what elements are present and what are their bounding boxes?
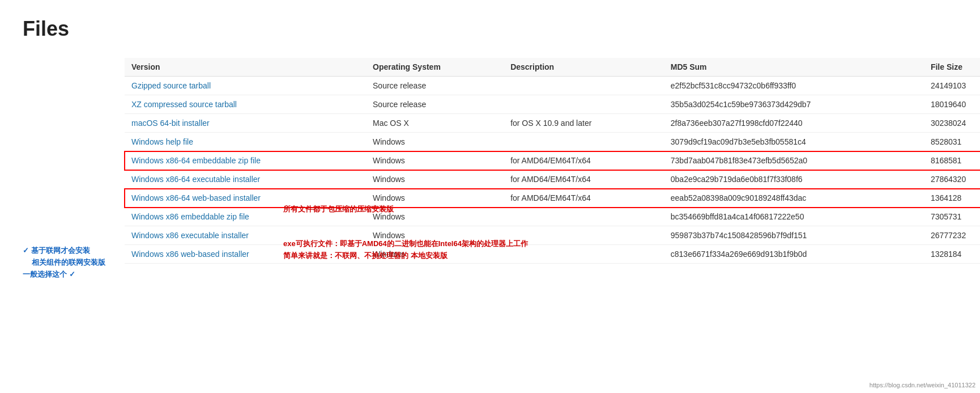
table-row: Windows x86-64 web-based installerWindow…: [125, 189, 980, 208]
cell-version: Gzipped source tarball: [125, 77, 366, 95]
cell-description: for AMD64/EM64T/x64: [504, 170, 664, 189]
table-row: Gzipped source tarballSource releasee2f5…: [125, 77, 980, 95]
table-row: macOS 64-bit installerMac OS Xfor OS X 1…: [125, 114, 980, 133]
table-row: Windows x86-64 embeddable zip fileWindow…: [125, 151, 980, 170]
cell-description: [504, 133, 664, 151]
version-link[interactable]: XZ compressed source tarball: [131, 100, 237, 109]
cell-description: for AMD64/EM64T/x64: [504, 189, 664, 208]
page-title: Files: [23, 17, 957, 41]
cell-os: Windows: [366, 151, 504, 170]
version-link[interactable]: Windows x86 executable installer: [131, 231, 249, 240]
cell-os: Source release: [366, 95, 504, 114]
cell-version: Windows help file: [125, 133, 366, 151]
cell-version: Windows x86-64 embeddable zip file: [125, 151, 366, 170]
left-annotation: ✓ 基于联网才会安装 相关组件的联网安装版 一般选择这个 ✓: [23, 245, 105, 280]
version-link[interactable]: macOS 64-bit installer: [131, 119, 210, 128]
cell-os: Windows: [366, 133, 504, 151]
version-link[interactable]: Windows x86-64 web-based installer: [131, 193, 261, 202]
table-row: Windows help fileWindows3079d9cf19ac09d7…: [125, 133, 980, 151]
cell-md5: 3079d9cf19ac09d7b3e5eb3fb05581c4: [664, 133, 924, 151]
cell-version: macOS 64-bit installer: [125, 114, 366, 133]
cell-description: [504, 208, 664, 226]
cell-os: Source release: [366, 77, 504, 95]
version-link[interactable]: Gzipped source tarball: [131, 81, 211, 90]
version-link[interactable]: Windows x86-64 embeddable zip file: [131, 156, 261, 165]
files-table: Version Operating System Description MD5…: [125, 58, 980, 264]
cell-filesize: 18019640: [924, 95, 980, 114]
table-row: XZ compressed source tarballSource relea…: [125, 95, 980, 114]
cell-os: Windows: [366, 170, 504, 189]
cell-description: for AMD64/EM64T/x64: [504, 151, 664, 170]
table-header-row: Version Operating System Description MD5…: [125, 58, 980, 77]
version-link[interactable]: Windows x86-64 executable installer: [131, 175, 260, 184]
table-row: Windows x86 executable installerWindows9…: [125, 226, 980, 245]
table-row: Windows x86 web-based installerWindowsc8…: [125, 245, 980, 264]
cell-filesize: 30238024: [924, 114, 980, 133]
right-annotation-top: 所有文件都于包压缩的压缩安装版: [283, 204, 394, 214]
cell-description: for OS X 10.9 and later: [504, 114, 664, 133]
col-os: Operating System: [366, 58, 504, 77]
col-md5: MD5 Sum: [664, 58, 924, 77]
cell-md5: bc354669bffd81a4ca14f06817222e50: [664, 208, 924, 226]
cell-md5: c813e6671f334a269e669d913b1f9b0d: [664, 245, 924, 264]
cell-filesize: 24149103: [924, 77, 980, 95]
right-annotation-mid: exe可执行文件：即基于AMD64的二进制也能在Intel64架构的处理器上工作…: [283, 238, 528, 262]
cell-md5: e2f52bcf531c8cc94732c0b6ff933ff0: [664, 77, 924, 95]
cell-description: [504, 77, 664, 95]
col-filesize: File Size: [924, 58, 980, 77]
cell-os: Mac OS X: [366, 114, 504, 133]
cell-md5: eeab52a08398a009c90189248ff43dac: [664, 189, 924, 208]
cell-filesize: 1364128: [924, 189, 980, 208]
cell-version: XZ compressed source tarball: [125, 95, 366, 114]
cell-md5: 2f8a736eeb307a27f1998cfd07f22440: [664, 114, 924, 133]
cell-md5: 35b5a3d0254c1c59be9736373d429db7: [664, 95, 924, 114]
cell-filesize: 27864320: [924, 170, 980, 189]
cell-description: [504, 95, 664, 114]
version-link[interactable]: Windows x86 web-based installer: [131, 250, 249, 259]
version-link[interactable]: Windows help file: [131, 137, 193, 146]
cell-filesize: 8168581: [924, 151, 980, 170]
cell-filesize: 7305731: [924, 208, 980, 226]
version-link[interactable]: Windows x86 embeddable zip file: [131, 212, 249, 221]
col-version: Version: [125, 58, 366, 77]
table-row: Windows x86-64 executable installerWindo…: [125, 170, 980, 189]
cell-md5: 959873b37b74c1508428596b7f9df151: [664, 226, 924, 245]
cell-filesize: 1328184: [924, 245, 980, 264]
table-row: Windows x86 embeddable zip fileWindowsbc…: [125, 208, 980, 226]
cell-filesize: 8528031: [924, 133, 980, 151]
cell-md5: 73bd7aab047b81f83e473efb5d5652a0: [664, 151, 924, 170]
cell-version: Windows x86-64 executable installer: [125, 170, 366, 189]
cell-md5: 0ba2e9ca29b719da6e0b81f7f33f08f6: [664, 170, 924, 189]
cell-filesize: 26777232: [924, 226, 980, 245]
col-description: Description: [504, 58, 664, 77]
